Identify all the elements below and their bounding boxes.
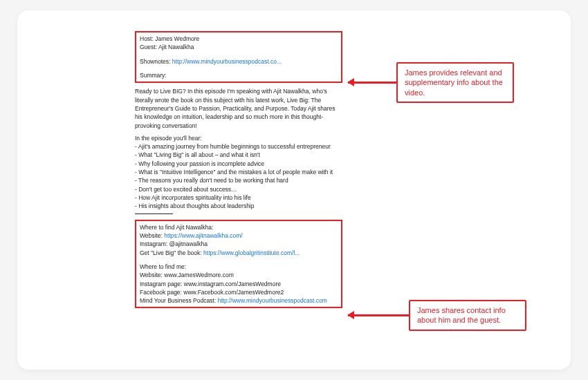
bullet-item: - The reasons you really don't need to b… [135,176,342,184]
bullet-item: - How Ajit incorporates spirituality int… [135,193,342,202]
guest-website-link[interactable]: https://www.ajitnawalkha.com/ [164,232,242,239]
summary-paragraph: Ready to Live BIG? In this episode I'm s… [135,87,342,130]
screenshot-card: Host: James Wedmore Guest: Ajit Nawalkha… [17,10,571,370]
find-guest-label: Where to find Ajit Nawalkha: [140,223,338,231]
bullets-intro: In the episode you'll hear: [135,134,342,142]
bullet-item: - What is "Intuitive Intelligence" and t… [135,168,342,176]
book-line: Get "Live Big" the book: https://www.glo… [140,249,338,257]
guest-instagram-line: Instagram: @ajitnawalkha [140,240,338,248]
shownotes-link[interactable]: http://www.mindyourbusinesspodcast.co... [172,58,282,65]
bullet-item: - Don't get too excited about success… [135,185,342,193]
video-description: Host: James Wedmore Guest: Ajit Nawalkha… [135,31,342,308]
host-label: Host: [140,35,154,42]
host-instagram-label: Instagram page: [140,281,182,287]
bullet-item: - Ajit's amazing journey from humble beg… [135,142,342,151]
host-name: James Wedmore [155,35,199,42]
callout-bottom-text: James shares contact info about him and … [409,300,526,331]
host-instagram-text: www.instagram.com/JamesWedmore [184,281,281,287]
guest-line: Guest: Ajit Nawalkha [140,43,338,51]
host-instagram-line: Instagram page: www.instagram.com/JamesW… [140,280,338,288]
arrow-icon [348,314,409,316]
bullet-item: - What "Living Big" is all about – and w… [135,151,342,159]
host-website-label: Website: [140,272,163,278]
guest-website-line: Website: https://www.ajitnawalkha.com/ [140,231,338,240]
host-line: Host: James Wedmore [140,35,338,43]
find-host-label: Where to find me: [140,263,338,271]
host-facebook-line: Facebook page: www.Facebook.com/JamesWed… [140,288,338,296]
host-website-text: www.JamesWedmore.com [164,272,233,278]
summary-label: Summary: [140,71,338,79]
podcast-line: Mind Your Business Podcast: http://www.m… [140,296,338,305]
callout-top-text: James provides relevant and supplementar… [396,62,514,103]
callout-top: James provides relevant and supplementar… [348,62,514,103]
guest-instagram-label: Instagram: [140,240,167,247]
shownotes-line: Shownotes: http://www.mindyourbusinesspo… [140,57,338,66]
arrow-icon [348,82,396,84]
podcast-link[interactable]: http://www.mindyourbusinesspodcast.com [217,297,327,304]
bullets-list: - Ajit's amazing journey from humble beg… [135,142,342,211]
info-box-top: Host: James Wedmore Guest: Ajit Nawalkha… [135,31,342,83]
host-facebook-text: www.Facebook.com/JamesWedmore2 [183,289,284,296]
host-website-line: Website: www.JamesWedmore.com [140,271,338,279]
bullet-item: - Why following your passion is incomple… [135,160,342,168]
podcast-label: Mind Your Business Podcast: [140,297,216,304]
book-link[interactable]: https://www.globalgritinstitute.com/l... [203,249,300,256]
bullet-item: - His insights about thoughts about lead… [135,202,342,210]
shownotes-label: Shownotes: [140,58,170,65]
callout-bottom: James shares contact info about him and … [348,300,526,331]
info-box-bottom: Where to find Ajit Nawalkha: Website: ht… [135,220,342,309]
host-facebook-label: Facebook page: [140,289,182,296]
guest-website-label: Website: [140,232,163,239]
guest-name: Ajit Nawalkha [158,44,194,50]
separator-line [135,213,173,214]
guest-instagram-handle: @ajitnawalkha [169,240,208,247]
guest-label: Guest: [140,44,157,50]
book-label: Get "Live Big" the book: [140,249,202,256]
